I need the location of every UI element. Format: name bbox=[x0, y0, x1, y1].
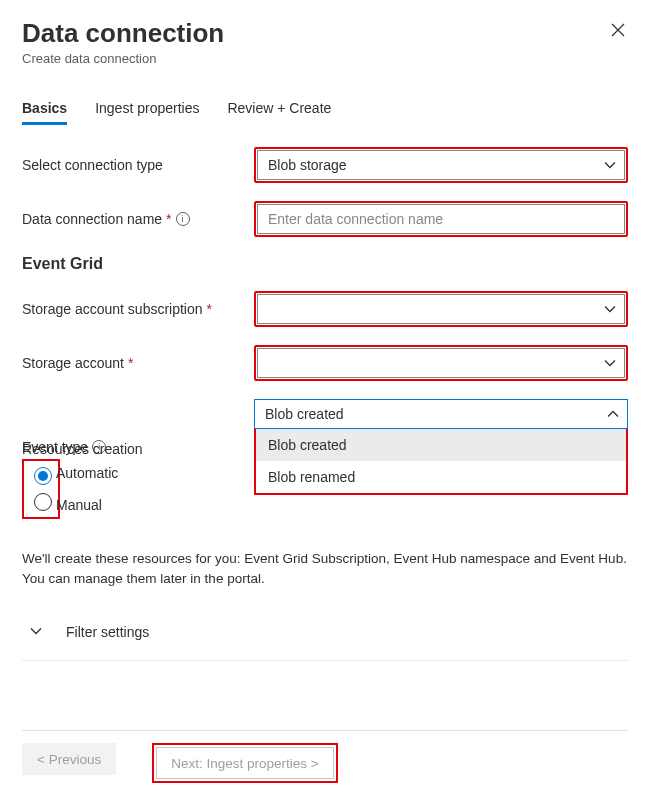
filter-settings-expander[interactable]: Filter settings bbox=[22, 608, 628, 656]
required-mark: * bbox=[128, 355, 133, 371]
page-title: Data connection bbox=[22, 18, 224, 49]
event-type-value: Blob created bbox=[265, 406, 344, 422]
radio-automatic[interactable] bbox=[26, 463, 56, 489]
chevron-down-icon bbox=[604, 303, 616, 315]
section-event-grid: Event Grid bbox=[22, 255, 628, 273]
subscription-select[interactable] bbox=[257, 294, 625, 324]
resources-creation-label: Resources creation bbox=[22, 439, 254, 457]
divider bbox=[22, 660, 628, 661]
next-button[interactable]: Next: Ingest properties > bbox=[156, 747, 333, 779]
required-mark: * bbox=[166, 211, 171, 227]
storage-account-label: Storage account bbox=[22, 355, 124, 371]
chevron-down-icon bbox=[604, 357, 616, 369]
chevron-down-icon bbox=[30, 624, 42, 640]
resources-help-text: We'll create these resources for you: Ev… bbox=[22, 549, 628, 590]
storage-account-select[interactable] bbox=[257, 348, 625, 378]
page-subtitle: Create data connection bbox=[22, 51, 224, 66]
info-icon[interactable]: i bbox=[176, 212, 190, 226]
tab-ingest-properties[interactable]: Ingest properties bbox=[95, 94, 199, 124]
radio-manual-label: Manual bbox=[56, 497, 102, 513]
radio-icon bbox=[34, 467, 52, 485]
filter-settings-label: Filter settings bbox=[66, 624, 149, 640]
radio-automatic-label: Automatic bbox=[56, 465, 118, 481]
connection-name-input[interactable]: Enter data connection name bbox=[257, 204, 625, 234]
event-type-select[interactable]: Blob created bbox=[254, 399, 628, 429]
tab-bar: Basics Ingest properties Review + Create bbox=[22, 94, 628, 125]
connection-type-label: Select connection type bbox=[22, 157, 254, 173]
previous-button[interactable]: < Previous bbox=[22, 743, 116, 775]
radio-icon bbox=[34, 493, 52, 511]
connection-type-value: Blob storage bbox=[268, 157, 347, 173]
subscription-label: Storage account subscription bbox=[22, 301, 203, 317]
connection-type-select[interactable]: Blob storage bbox=[257, 150, 625, 180]
required-mark: * bbox=[207, 301, 212, 317]
chevron-down-icon bbox=[604, 159, 616, 171]
tab-basics[interactable]: Basics bbox=[22, 94, 67, 124]
tab-review-create[interactable]: Review + Create bbox=[227, 94, 331, 124]
connection-name-label: Data connection name bbox=[22, 211, 162, 227]
close-icon[interactable] bbox=[608, 18, 628, 45]
chevron-up-icon bbox=[607, 408, 619, 420]
radio-manual[interactable] bbox=[26, 489, 56, 515]
